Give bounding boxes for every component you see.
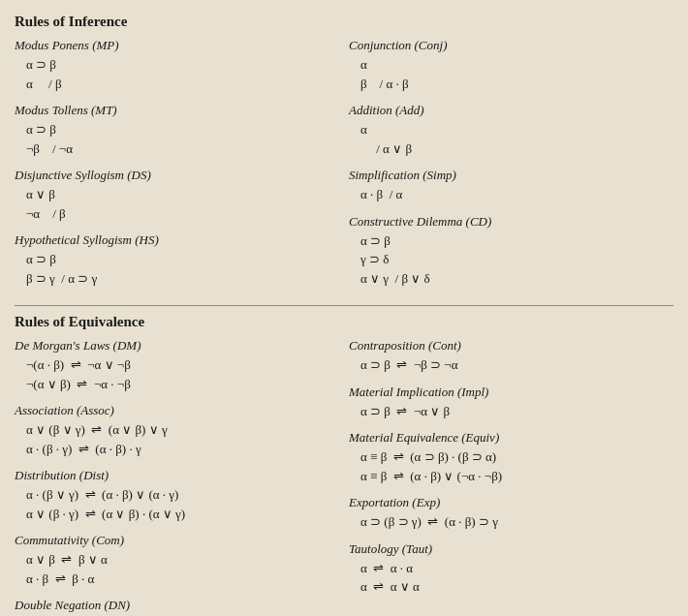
rule-simp: Simplification (Simp) α · β / α [349, 168, 673, 204]
rule-ds-name: Disjunctive Syllogism (DS) [15, 168, 339, 183]
rule-cd-formula: α ⊃ β γ ⊃ δ α ∨ γ / β ∨ δ [360, 231, 673, 289]
rule-equiv-formula: α ≡ β ⇌ (α ⊃ β) · (β ⊃ α) α ≡ β ⇌ (α · β… [360, 447, 673, 485]
rule-simp-name: Simplification (Simp) [349, 168, 673, 183]
section-divider [15, 305, 673, 306]
inference-section: Rules of Inference Modus Ponens (MP) α ⊃… [15, 14, 673, 297]
rule-cont-formula: α ⊃ β ⇌ ¬β ⊃ ¬α [360, 355, 673, 375]
rule-dm: De Morgan's Laws (DM) ¬(α · β) ⇌ ¬α ∨ ¬β… [15, 338, 339, 393]
rule-mt: Modus Tollens (MT) α ⊃ β ¬β / ¬α [15, 103, 339, 158]
rule-dist-name: Distribution (Dist) [15, 468, 339, 483]
rule-dn-name: Double Negation (DN) [15, 598, 339, 613]
rule-conj: Conjunction (Conj) α β / α · β [349, 38, 673, 93]
equivalence-section: Rules of Equivalence De Morgan's Laws (D… [15, 314, 673, 616]
rule-mp: Modus Ponens (MP) α ⊃ β α / β [15, 38, 339, 93]
rule-simp-formula: α · β / α [360, 185, 673, 204]
rule-impl: Material Implication (Impl) α ⊃ β ⇌ ¬α ∨… [349, 385, 673, 421]
rule-dm-formula: ¬(α · β) ⇌ ¬α ∨ ¬β ¬(α ∨ β) ⇌ ¬α · ¬β [26, 355, 339, 393]
rule-taut-name: Tautology (Taut) [349, 541, 673, 557]
rule-exp-formula: α ⊃ (β ⊃ γ) ⇌ (α · β) ⊃ γ [360, 512, 673, 532]
rule-impl-formula: α ⊃ β ⇌ ¬α ∨ β [360, 402, 673, 421]
equivalence-grid: De Morgan's Laws (DM) ¬(α · β) ⇌ ¬α ∨ ¬β… [15, 338, 673, 616]
rule-taut-formula: α ⇌ α · α α ⇌ α ∨ α [360, 559, 673, 597]
rule-cd: Constructive Dilemma (CD) α ⊃ β γ ⊃ δ α … [349, 214, 673, 289]
rule-dn: Double Negation (DN) α ⇌ ¬¬α [15, 598, 339, 616]
rule-dist-formula: α · (β ∨ γ) ⇌ (α · β) ∨ (α · γ) α ∨ (β ·… [26, 485, 339, 523]
rule-assoc-formula: α ∨ (β ∨ γ) ⇌ (α ∨ β) ∨ γ α · (β · γ) ⇌ … [26, 420, 339, 458]
rule-add: Addition (Add) α / α ∨ β [349, 103, 673, 158]
rule-add-name: Addition (Add) [349, 103, 673, 118]
rule-hs: Hypothetical Syllogism (HS) α ⊃ β β ⊃ γ … [15, 232, 339, 288]
rule-exp: Exportation (Exp) α ⊃ (β ⊃ γ) ⇌ (α · β) … [349, 495, 673, 532]
rule-ds: Disjunctive Syllogism (DS) α ∨ β ¬α / β [15, 168, 339, 223]
rule-cont: Contraposition (Cont) α ⊃ β ⇌ ¬β ⊃ ¬α [349, 338, 673, 375]
rule-mp-name: Modus Ponens (MP) [15, 38, 339, 53]
rule-assoc: Association (Assoc) α ∨ (β ∨ γ) ⇌ (α ∨ β… [15, 403, 339, 458]
inference-right: Conjunction (Conj) α β / α · β Addition … [349, 38, 673, 297]
rule-assoc-name: Association (Assoc) [15, 403, 339, 418]
rule-mp-formula: α ⊃ β α / β [26, 55, 339, 93]
rule-hs-formula: α ⊃ β β ⊃ γ / α ⊃ γ [26, 250, 339, 288]
rule-hs-name: Hypothetical Syllogism (HS) [15, 232, 339, 248]
rule-impl-name: Material Implication (Impl) [349, 385, 673, 400]
rule-mt-formula: α ⊃ β ¬β / ¬α [26, 120, 339, 158]
rule-equiv: Material Equivalence (Equiv) α ≡ β ⇌ (α … [349, 430, 673, 485]
equivalence-left: De Morgan's Laws (DM) ¬(α · β) ⇌ ¬α ∨ ¬β… [15, 338, 339, 616]
rule-ds-formula: α ∨ β ¬α / β [26, 185, 339, 223]
rule-equiv-name: Material Equivalence (Equiv) [349, 430, 673, 446]
rule-conj-name: Conjunction (Conj) [349, 38, 673, 53]
equivalence-title: Rules of Equivalence [15, 314, 673, 330]
page-container: Rules of Inference Modus Ponens (MP) α ⊃… [15, 14, 673, 616]
equivalence-right: Contraposition (Cont) α ⊃ β ⇌ ¬β ⊃ ¬α Ma… [349, 338, 673, 616]
inference-grid: Modus Ponens (MP) α ⊃ β α / β Modus Toll… [15, 38, 673, 297]
rule-conj-formula: α β / α · β [360, 55, 673, 93]
rule-taut: Tautology (Taut) α ⇌ α · α α ⇌ α ∨ α [349, 541, 673, 597]
rule-com-name: Commutativity (Com) [15, 533, 339, 548]
rule-exp-name: Exportation (Exp) [349, 495, 673, 510]
rule-com: Commutativity (Com) α ∨ β ⇌ β ∨ α α · β … [15, 533, 339, 588]
rule-dm-name: De Morgan's Laws (DM) [15, 338, 339, 354]
rule-dist: Distribution (Dist) α · (β ∨ γ) ⇌ (α · β… [15, 468, 339, 523]
inference-title: Rules of Inference [15, 14, 673, 30]
inference-left: Modus Ponens (MP) α ⊃ β α / β Modus Toll… [15, 38, 339, 297]
rule-com-formula: α ∨ β ⇌ β ∨ α α · β ⇌ β · α [26, 550, 339, 588]
rule-mt-name: Modus Tollens (MT) [15, 103, 339, 118]
rule-cd-name: Constructive Dilemma (CD) [349, 214, 673, 230]
rule-cont-name: Contraposition (Cont) [349, 338, 673, 354]
rule-add-formula: α / α ∨ β [360, 120, 673, 158]
